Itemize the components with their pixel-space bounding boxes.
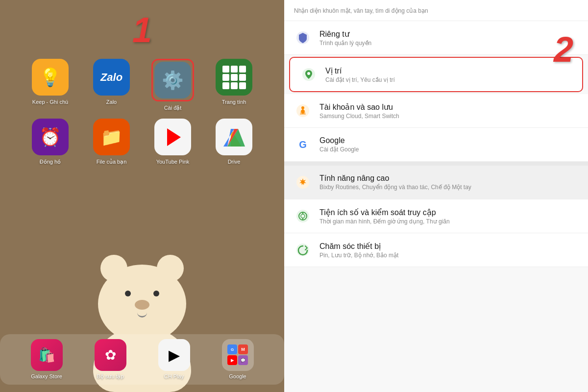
bear-eye-left	[125, 291, 131, 296]
step-number-2: 2	[554, 29, 573, 70]
svg-point-7	[307, 72, 310, 75]
app-settings[interactable]: ⚙️ Cài đặt	[146, 59, 200, 111]
dock-google-folder[interactable]: G M ▶ 💬 Google	[222, 339, 254, 380]
gear-icon: ⚙️	[162, 70, 184, 91]
app-trang-tinh[interactable]: Trang tính	[207, 59, 261, 111]
app-youtube-pink[interactable]: YouTube Pink	[146, 119, 200, 165]
grid-icon	[222, 66, 246, 89]
ch-play-icon: ▶	[158, 339, 190, 371]
bottom-dock: 🛍️ Galaxy Store ✿ Bộ sưu tập ▶ CH Play G…	[0, 334, 284, 385]
privacy-icon	[294, 29, 312, 47]
bear-nose	[135, 300, 149, 310]
tai-khoan-text: Tài khoản và sao lưu Samsung Cloud, Smar…	[319, 102, 578, 120]
dock-ch-play[interactable]: ▶ CH Play	[158, 339, 190, 380]
cham-soc-subtitle: Pin, Lưu trữ, Bộ nhớ, Bảo mật	[319, 252, 578, 259]
file-icon-bg: 📁	[93, 119, 130, 155]
tinh-nang-subtitle: Bixby Routines, Chuyển động và thao tác,…	[319, 184, 578, 191]
settings-label: Cài đặt	[164, 104, 182, 111]
tai-khoan-title: Tài khoản và sao lưu	[319, 102, 578, 112]
bo-suu-tap-icon: ✿	[95, 339, 126, 371]
account-icon	[294, 102, 312, 120]
trang-tinh-icon-bg	[216, 59, 252, 96]
settings-item-tinh-nang[interactable]: Tính năng nâng cao Bixby Routines, Chuyể…	[284, 162, 588, 199]
google-g-icon: G	[294, 136, 312, 153]
right-panel: 2 Nhận diện khuôn mặt, vân tay, tìm di đ…	[284, 0, 588, 392]
rieng-tu-title: Riêng tư	[319, 29, 578, 39]
dock-galaxy-store[interactable]: 🛍️ Galaxy Store	[31, 339, 63, 380]
galaxy-store-icon: 🛍️	[31, 339, 63, 371]
tai-khoan-subtitle: Samsung Cloud, Smart Switch	[319, 113, 578, 120]
file-label: File của bạn	[97, 158, 127, 165]
cham-soc-title: Chăm sóc thiết bị	[319, 242, 578, 251]
trang-tinh-label: Trang tính	[222, 98, 246, 105]
settings-item-tien-ich[interactable]: Tiện ích số và kiểm soát truy cập Thời g…	[284, 199, 588, 233]
top-settings-text: Nhận diện khuôn mặt, vân tay, tìm di độn…	[284, 0, 588, 21]
drive-label: Drive	[228, 158, 241, 165]
vi-tri-text: Vị trí Cài đặt vị trí, Yêu cầu vị trí	[325, 66, 572, 83]
google-folder-contents: G M ▶ 💬	[225, 343, 250, 367]
galaxy-store-label: Galaxy Store	[31, 373, 62, 380]
settings-item-vi-tri[interactable]: Vị trí Cài đặt vị trí, Yêu cầu vị trí	[289, 57, 583, 92]
google-subtitle: Cài đặt Google	[319, 146, 578, 153]
tien-ich-title: Tiện ích số và kiểm soát truy cập	[319, 208, 578, 217]
drive-svg-icon	[223, 128, 245, 147]
bo-suu-tap-label: Bộ sưu tập	[97, 373, 123, 380]
zalo-label: Zalo	[106, 98, 117, 105]
google-title: Google	[319, 136, 578, 145]
settings-highlight-box: ⚙️	[151, 59, 194, 101]
youtube-label: YouTube Pink	[156, 158, 190, 165]
settings-item-rieng-tu[interactable]: Riêng tư Trình quản lý quyền	[284, 21, 588, 55]
rieng-tu-subtitle: Trình quản lý quyền	[319, 40, 578, 47]
left-panel: 1 💡 Keep - Ghi chú Zalo Zalo ⚙️ Cài đặt	[0, 0, 284, 392]
google-text: Google Cài đặt Google	[319, 136, 578, 153]
settings-item-cham-soc[interactable]: Chăm sóc thiết bị Pin, Lưu trữ, Bộ nhớ, …	[284, 233, 588, 267]
app-zalo[interactable]: Zalo Zalo	[85, 59, 139, 111]
dong-ho-icon-bg: ⏰	[32, 119, 69, 155]
zalo-text-icon: Zalo	[100, 71, 122, 84]
keep-icon-bg: 💡	[32, 59, 69, 96]
vi-tri-title: Vị trí	[325, 66, 572, 75]
tien-ich-subtitle: Thời gian màn hình, Đếm giờ ứng dụng, Th…	[319, 218, 578, 225]
youtube-play-icon	[167, 128, 181, 146]
tinh-nang-text: Tính năng nâng cao Bixby Routines, Chuyể…	[319, 174, 578, 191]
settings-item-google[interactable]: G Google Cài đặt Google	[284, 128, 588, 162]
svg-point-11	[296, 210, 309, 222]
advanced-icon	[294, 173, 312, 191]
svg-point-9	[301, 106, 304, 109]
rieng-tu-text: Riêng tư Trình quản lý quyền	[319, 29, 578, 47]
location-icon	[300, 66, 318, 83]
youtube-icon-bg	[154, 119, 191, 155]
bear-eye-right	[153, 291, 159, 296]
google-label: Google	[229, 373, 246, 380]
tien-ich-text: Tiện ích số và kiểm soát truy cập Thời g…	[319, 208, 578, 225]
zalo-icon-bg: Zalo	[93, 59, 130, 96]
settings-item-tai-khoan[interactable]: Tài khoản và sao lưu Samsung Cloud, Smar…	[284, 94, 588, 128]
app-keep[interactable]: 💡 Keep - Ghi chú	[24, 59, 77, 111]
step-number-1: 1	[132, 10, 152, 50]
app-dong-ho[interactable]: ⏰ Đồng hồ	[24, 119, 77, 165]
settings-icon-bg: ⚙️	[154, 62, 191, 98]
app-grid-row1: 💡 Keep - Ghi chú Zalo Zalo ⚙️ Cài đặt	[24, 59, 261, 166]
digital-wellness-icon	[294, 207, 312, 225]
device-care-icon	[294, 241, 312, 259]
keep-label: Keep - Ghi chú	[32, 98, 68, 105]
ch-play-label: CH Play	[164, 373, 184, 380]
cham-soc-text: Chăm sóc thiết bị Pin, Lưu trữ, Bộ nhớ, …	[319, 242, 578, 259]
settings-list: Riêng tư Trình quản lý quyền Vị trí Cài …	[284, 21, 588, 267]
dong-ho-label: Đồng hồ	[40, 158, 61, 165]
vi-tri-subtitle: Cài đặt vị trí, Yêu cầu vị trí	[325, 76, 572, 83]
dock-bo-suu-tap[interactable]: ✿ Bộ sưu tập	[95, 339, 126, 380]
tinh-nang-title: Tính năng nâng cao	[319, 174, 578, 183]
google-folder-icon: G M ▶ 💬	[222, 339, 254, 371]
app-file[interactable]: 📁 File của bạn	[85, 119, 139, 165]
drive-icon-bg	[216, 119, 252, 155]
top-text-content: Nhận diện khuôn mặt, vân tay, tìm di độn…	[294, 7, 428, 14]
app-drive[interactable]: Drive	[207, 119, 261, 165]
